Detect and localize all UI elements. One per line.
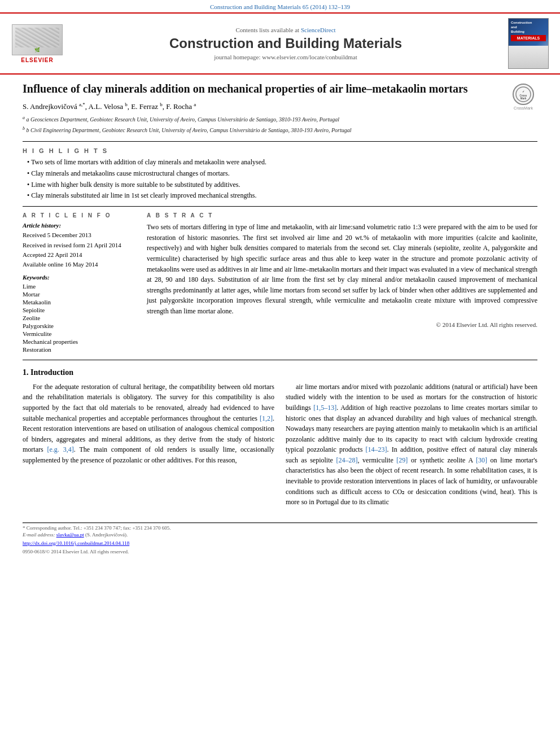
keyword-lime: Lime [23, 283, 135, 290]
journal-homepage: journal homepage: www.elsevier.com/locat… [71, 54, 500, 60]
sciencedirect-link[interactable]: ScienceDirect [301, 27, 336, 33]
doi-link[interactable]: http://dx.doi.org/10.1016/j.conbuildmat.… [23, 540, 129, 546]
crossmark-icon[interactable]: ✓ Cross Mark [513, 84, 534, 105]
journal-header: 🌿 ELSEVIER Contents lists available at S… [0, 12, 560, 75]
received-date: Received 5 December 2013 [23, 231, 135, 239]
abstract-text: Two sets of mortars differing in type of… [147, 222, 537, 316]
divider-2 [23, 206, 537, 207]
introduction-body: For the adequate restoration of cultural… [23, 382, 537, 512]
affiliation-b: b b Civil Engineering Department, Geobio… [23, 125, 504, 134]
elsevier-brand: ELSEVIER [21, 57, 53, 63]
keyword-mechanical: Mechanical properties [23, 338, 135, 345]
abstract-label: A B S T R A C T [147, 212, 537, 219]
authors-line: S. Andrejkovičová a,*, A.L. Velosa b, E.… [23, 102, 504, 111]
svg-text:Mark: Mark [520, 97, 527, 100]
highlight-item: Lime with higher bulk density is more su… [27, 180, 537, 190]
available-date: Available online 16 May 2014 [23, 260, 135, 269]
accepted-date: Accepted 22 April 2014 [23, 251, 135, 259]
article-info-col: A R T I C L E I N F O Article history: R… [23, 212, 135, 354]
keyword-zeolite: Zeolite [23, 314, 135, 321]
elsevier-logo-image: 🌿 [12, 24, 63, 55]
svg-text:✓: ✓ [522, 90, 524, 93]
intro-left-col: For the adequate restoration of cultural… [23, 382, 274, 512]
crossmark-section: ✓ Cross Mark CrossMark [509, 81, 537, 136]
footer-divider [23, 522, 537, 523]
keyword-metakaolin: Metakaolin [23, 299, 135, 305]
divider-1 [23, 141, 537, 142]
footnote-corresponding: * Corresponding author. Tel.: +351 234 3… [23, 525, 537, 539]
keyword-vermiculite: Vermiculite [23, 330, 135, 337]
introduction-heading: 1. Introduction [23, 368, 537, 377]
journal-title: Construction and Building Materials [71, 36, 500, 51]
elsevier-logo: 🌿 ELSEVIER [9, 24, 65, 63]
journal-center: Contents lists available at ScienceDirec… [71, 27, 500, 60]
affiliation-a: a a Geosciences Department, Geobiotec Re… [23, 115, 504, 124]
title-text-area: Influence of clay minerals addition on m… [23, 81, 504, 136]
highlights-list: Two sets of lime mortars with addition o… [23, 158, 537, 200]
highlight-item: Clay minerals substituted air lime in 1s… [27, 191, 537, 200]
footer-issn: 0950-0618/© 2014 Elsevier Ltd. All right… [23, 548, 537, 556]
highlight-item: Two sets of lime mortars with addition o… [27, 158, 537, 167]
email-link[interactable]: slavka@ua.pt [56, 532, 84, 538]
journal-cover-image: Construction and Building MATERIALS [506, 18, 551, 69]
email-label: E-mail address: [23, 532, 55, 538]
article-info-label: A R T I C L E I N F O [23, 212, 135, 219]
footnote-star: * Corresponding author. Tel.: +351 234 3… [23, 525, 171, 531]
keyword-mortar: Mortar [23, 291, 135, 298]
revised-date: Received in revised form 21 April 2014 [23, 241, 135, 250]
journal-reference: Construction and Building Materials 65 (… [0, 0, 560, 12]
keyword-palygorskite: Palygorskite [23, 322, 135, 329]
cover-thumbnail: Construction and Building MATERIALS [508, 18, 549, 69]
article-history-label: Article history: [23, 222, 135, 229]
intro-left-para1: For the adequate restoration of cultural… [23, 382, 274, 466]
highlights-label: H I G H L I G H T S [23, 147, 537, 154]
crossmark-label: CrossMark [514, 106, 533, 110]
sciencedirect-prefix: Contents lists available at [235, 27, 299, 33]
divider-3 [23, 360, 537, 360]
title-section: Influence of clay minerals addition on m… [23, 81, 537, 136]
journal-ref-text: Construction and Building Materials 65 (… [210, 3, 350, 10]
sciencedirect-line: Contents lists available at ScienceDirec… [71, 27, 500, 33]
intro-right-col: air lime mortars and/or mixed with pozzo… [286, 382, 537, 512]
article-info-abstract-section: A R T I C L E I N F O Article history: R… [23, 212, 537, 354]
abstract-col: A B S T R A C T Two sets of mortars diff… [147, 212, 537, 354]
keywords-label: Keywords: [23, 274, 135, 281]
article-title: Influence of clay minerals addition on m… [23, 81, 504, 96]
intro-right-para1: air lime mortars and/or mixed with pozzo… [286, 382, 537, 508]
keyword-restoration: Restoration [23, 346, 135, 353]
highlight-item: Clay minerals and metakaolins cause micr… [27, 169, 537, 178]
keyword-sepiolite: Sepiolite [23, 307, 135, 313]
copyright-line: © 2014 Elsevier Ltd. All rights reserved… [147, 321, 537, 328]
footer-doi: http://dx.doi.org/10.1016/j.conbuildmat.… [23, 540, 537, 547]
main-content: Influence of clay minerals addition on m… [0, 75, 560, 519]
